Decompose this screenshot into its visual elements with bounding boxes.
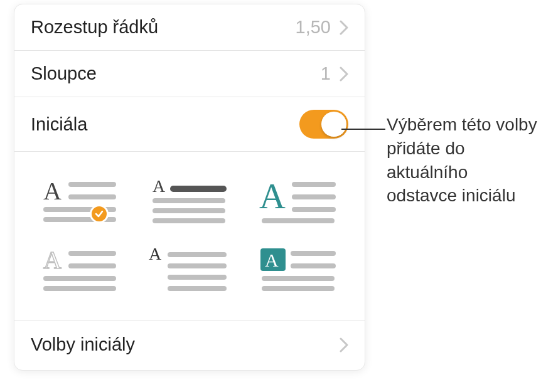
toggle-knob <box>321 112 346 137</box>
line-spacing-label: Rozestup řádků <box>31 17 158 38</box>
svg-rect-28 <box>291 263 336 268</box>
line-spacing-value: 1,50 <box>296 17 331 38</box>
svg-rect-7 <box>153 198 225 203</box>
svg-text:A: A <box>265 250 279 270</box>
dropcap-toggle[interactable] <box>299 110 348 139</box>
line-spacing-row[interactable]: Rozestup řádků 1,50 <box>14 4 365 51</box>
callout-text: Výběrem této volby přidáte do aktuálního… <box>387 113 537 208</box>
svg-text:A: A <box>43 246 62 274</box>
svg-rect-22 <box>168 263 227 268</box>
svg-rect-17 <box>68 263 116 268</box>
svg-rect-12 <box>292 194 336 199</box>
dropcap-style-5[interactable]: A <box>141 243 238 294</box>
svg-rect-11 <box>292 182 336 187</box>
svg-text:A: A <box>149 245 162 263</box>
svg-rect-30 <box>262 286 335 291</box>
columns-label: Sloupce <box>31 63 97 84</box>
dropcap-style-6[interactable]: A <box>250 243 347 294</box>
dropcap-right <box>299 110 348 139</box>
columns-row[interactable]: Sloupce 1 <box>14 51 365 97</box>
svg-text:A: A <box>43 177 62 205</box>
svg-rect-2 <box>68 194 116 199</box>
chevron-right-icon <box>340 20 348 35</box>
svg-rect-19 <box>43 286 116 291</box>
chevron-right-icon <box>340 337 348 352</box>
svg-rect-8 <box>153 208 225 213</box>
chevron-right-icon <box>340 66 348 82</box>
svg-rect-14 <box>262 218 335 223</box>
dropcap-style-2[interactable]: A <box>141 174 238 225</box>
dropcap-options-row[interactable]: Volby iniciály <box>14 320 365 370</box>
dropcap-style-3[interactable]: A <box>250 174 347 225</box>
svg-rect-29 <box>262 276 335 281</box>
svg-rect-1 <box>68 182 116 187</box>
callout-leader-line <box>341 129 385 130</box>
svg-rect-21 <box>168 252 227 257</box>
svg-rect-13 <box>292 207 336 212</box>
svg-rect-6 <box>170 186 227 192</box>
format-panel: Rozestup řádků 1,50 Sloupce 1 Iniciála <box>14 4 365 371</box>
check-icon <box>90 204 109 223</box>
dropcap-style-4[interactable]: A <box>32 243 129 294</box>
svg-rect-9 <box>153 218 225 223</box>
svg-rect-27 <box>291 251 336 256</box>
svg-rect-16 <box>68 251 116 256</box>
line-spacing-right: 1,50 <box>296 17 348 38</box>
svg-text:A: A <box>259 176 286 216</box>
dropcap-style-1[interactable]: A <box>32 174 129 225</box>
dropcap-row: Iniciála <box>14 97 365 152</box>
svg-text:A: A <box>153 176 166 196</box>
columns-right: 1 <box>321 63 348 84</box>
svg-rect-24 <box>168 286 227 291</box>
dropcap-label: Iniciála <box>31 114 87 135</box>
svg-rect-23 <box>168 275 227 280</box>
dropcap-styles-grid: A A A <box>14 152 365 320</box>
svg-rect-18 <box>43 276 116 281</box>
dropcap-options-label: Volby iniciály <box>31 334 135 355</box>
columns-value: 1 <box>321 63 331 84</box>
